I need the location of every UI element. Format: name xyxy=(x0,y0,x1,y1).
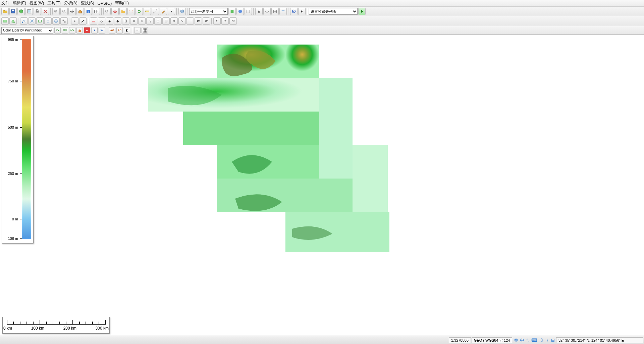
user-icon[interactable]: ♀ xyxy=(546,338,549,343)
3d-button[interactable] xyxy=(178,8,186,15)
refresh-button[interactable] xyxy=(136,8,143,15)
trace3-button[interactable]: ◆ xyxy=(114,17,121,25)
select-rect-button[interactable] xyxy=(1,17,9,25)
lidar-home-button[interactable] xyxy=(76,27,83,33)
menu-help[interactable]: 帮助(H) xyxy=(115,0,129,6)
menu-view[interactable]: 视图(W) xyxy=(30,0,44,6)
pan-button[interactable] xyxy=(68,8,76,15)
draw-line-button[interactable] xyxy=(79,17,87,25)
grid-icon[interactable]: ⊞ xyxy=(551,338,555,343)
network-button[interactable] xyxy=(245,8,252,15)
ag-button[interactable]: AG xyxy=(109,27,115,33)
north-button[interactable] xyxy=(255,8,263,15)
hv-button[interactable]: HV xyxy=(69,27,75,33)
simplify-button[interactable]: ≈ xyxy=(170,17,178,25)
w-button[interactable]: W xyxy=(99,27,105,33)
compass-button[interactable] xyxy=(298,8,306,15)
open-button[interactable] xyxy=(1,8,9,15)
intersect-button[interactable]: ∩ xyxy=(138,17,146,25)
select-poly-button[interactable] xyxy=(9,17,17,25)
lidar-expand-button[interactable]: ↔ xyxy=(134,27,141,33)
menu-tools[interactable]: 工具(T) xyxy=(47,0,60,6)
buffer-button[interactable] xyxy=(52,17,60,25)
punct-icon[interactable]: °, xyxy=(526,338,529,343)
earth3d-button[interactable] xyxy=(236,8,244,15)
smooth-button[interactable]: ∿ xyxy=(178,17,186,25)
lidar-grid-button[interactable] xyxy=(142,27,148,33)
menu-gps[interactable]: GPS(G) xyxy=(98,1,112,6)
svg-rect-18 xyxy=(231,10,234,13)
config-combo[interactable]: 江苏平原专用 xyxy=(189,8,228,15)
svg-point-24 xyxy=(22,21,23,23)
save-button[interactable] xyxy=(9,8,17,15)
edit-vertex-button[interactable] xyxy=(20,17,28,25)
data-button[interactable] xyxy=(279,8,287,15)
ime-icon[interactable]: 中 xyxy=(520,337,524,343)
eraser-button[interactable] xyxy=(90,17,97,25)
densify-button[interactable]: ⋯ xyxy=(186,17,194,25)
lidar-rec-button[interactable]: ■ xyxy=(84,27,90,33)
zoom-in-button[interactable] xyxy=(52,8,60,15)
convert-button[interactable]: ⇄ xyxy=(195,17,202,25)
clip-button[interactable] xyxy=(127,8,135,15)
trace1-button[interactable]: ◇ xyxy=(98,17,105,25)
zoom-out-button[interactable] xyxy=(60,8,68,15)
separator xyxy=(211,18,212,24)
legend-label: 250 m xyxy=(3,171,18,176)
ruler-button[interactable] xyxy=(144,8,151,15)
undo-button[interactable]: ↶ xyxy=(213,17,221,25)
measure-button[interactable] xyxy=(152,8,159,15)
snap-button[interactable] xyxy=(60,17,68,25)
split-button[interactable] xyxy=(28,17,36,25)
trace2-button[interactable]: ◈ xyxy=(106,17,113,25)
draw-point-button[interactable] xyxy=(71,17,78,25)
move-button[interactable] xyxy=(36,17,44,25)
keyboard-icon[interactable]: ⌨ xyxy=(531,338,538,343)
merge-button[interactable]: ⊞ xyxy=(162,17,170,25)
cut-button[interactable] xyxy=(42,8,49,15)
clip2-button[interactable]: ⊡ xyxy=(154,17,162,25)
lidar-mode-combo[interactable]: Color Lidar by Point Index xyxy=(1,27,53,34)
map-view[interactable]: 985 m 750 m 500 m 250 m 0 m -108 m xyxy=(0,34,644,336)
lidar-filter-button[interactable]: ▼ xyxy=(91,27,98,33)
edit-toolbar: ◇ ◈ ◆ ⟨⟩ ∪ ∩ ∖ ⊡ ⊞ ≈ ∿ ⋯ ⇄ ⟳ ↶ ↷ ⟲ xyxy=(0,16,644,26)
apply-config-button[interactable] xyxy=(228,8,236,15)
redo-button[interactable]: ↷ xyxy=(221,17,229,25)
scale-bar: 0 km 100 km 200 km 300 km xyxy=(2,317,110,334)
pencil-button[interactable] xyxy=(160,8,167,15)
svg-rect-4 xyxy=(28,10,31,12)
lidar-clip-button[interactable]: ◧ xyxy=(124,27,130,33)
rotate-button[interactable] xyxy=(263,8,271,15)
zoom-tool-button[interactable] xyxy=(103,8,111,15)
folder-button[interactable] xyxy=(119,8,127,15)
lv-button[interactable]: LV xyxy=(54,27,61,33)
favorites-combo[interactable]: 设置收藏夹列表... xyxy=(309,8,358,15)
union-button[interactable]: ∪ xyxy=(130,17,138,25)
target-button[interactable] xyxy=(290,8,298,15)
revert-button[interactable]: ⟲ xyxy=(229,17,237,25)
menu-file[interactable]: 文件 xyxy=(1,0,9,6)
table-button[interactable] xyxy=(93,8,100,15)
erase-button[interactable] xyxy=(111,8,119,15)
home-button[interactable] xyxy=(76,8,84,15)
play-button[interactable] xyxy=(358,8,366,15)
mv-button[interactable]: MV xyxy=(62,27,68,33)
reshape-button[interactable]: ⟳ xyxy=(203,17,210,25)
menu-analysis[interactable]: 分析(A) xyxy=(64,0,77,6)
menu-edit[interactable]: 编辑(E) xyxy=(13,0,26,6)
globe-button[interactable] xyxy=(17,8,25,15)
dropdown-button[interactable]: ▾ xyxy=(168,8,175,15)
separator xyxy=(101,8,102,15)
menu-search[interactable]: 查找(S) xyxy=(81,0,94,6)
separator xyxy=(69,18,70,24)
moon-icon[interactable]: ☽ xyxy=(540,338,544,343)
paw-icon[interactable]: ✾ xyxy=(514,338,518,343)
layers-button[interactable] xyxy=(25,8,33,15)
grid-button[interactable] xyxy=(271,8,279,15)
subtract-button[interactable]: ∖ xyxy=(146,17,154,25)
rotate-feat-button[interactable] xyxy=(44,17,52,25)
offset-button[interactable]: ⟨⟩ xyxy=(122,17,129,25)
ac-button[interactable]: AC xyxy=(116,27,123,33)
print-button[interactable] xyxy=(34,8,41,15)
info-button[interactable]: i xyxy=(85,8,92,15)
